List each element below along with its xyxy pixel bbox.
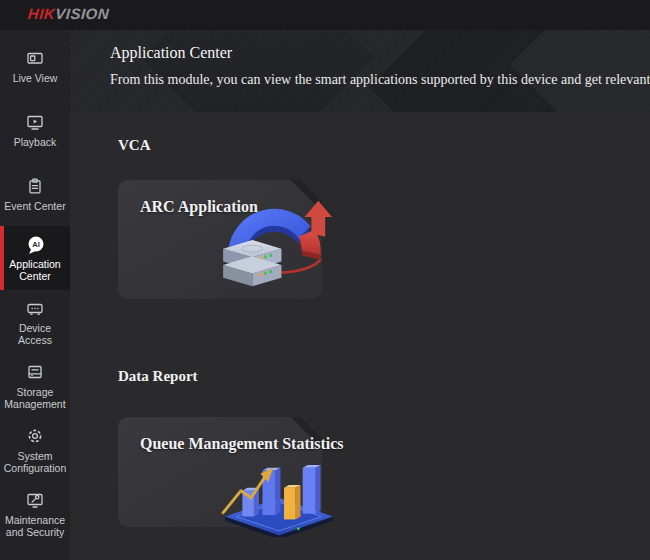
bar-chart-tablet-illustration <box>218 443 340 537</box>
page-description: From this module, you can view the smart… <box>110 72 650 88</box>
sidebar-item-storage-management[interactable]: Storage Management <box>0 354 70 418</box>
logo-hik-text: HIK <box>27 5 56 22</box>
section-heading-vca: VCA <box>118 137 151 154</box>
playback-icon <box>25 112 45 132</box>
storage-management-icon <box>25 362 45 382</box>
ai-icon-text: AI <box>32 240 40 249</box>
banner-decorative-shape <box>482 30 650 112</box>
system-configuration-gear-icon <box>25 426 45 446</box>
top-bar: HIKVISION <box>0 0 650 30</box>
sidebar-item-playback[interactable]: Playback <box>0 98 70 162</box>
sidebar-item-label: Application Center <box>1 258 69 282</box>
device-access-icon <box>25 298 45 318</box>
sidebar-item-label: Event Center <box>4 200 65 212</box>
sidebar-item-application-center[interactable]: AI Application Center <box>0 226 70 290</box>
queue-management-statistics-card[interactable]: Queue Management Statistics <box>118 417 322 527</box>
sidebar-item-maintenance-security[interactable]: Maintenance and Security <box>0 482 70 546</box>
page-banner: Application Center From this module, you… <box>70 30 650 112</box>
sidebar-item-system-configuration[interactable]: System Configuration <box>0 418 70 482</box>
logo-vision-text: VISION <box>55 5 110 22</box>
sidebar-item-label: Storage Management <box>1 386 69 410</box>
maintenance-security-icon <box>25 490 45 510</box>
sidebar-item-event-center[interactable]: Event Center <box>0 162 70 226</box>
sidebar-item-label: Playback <box>14 136 57 148</box>
app-window: HIKVISION Live View Playback <box>0 0 650 560</box>
banner-decorative-shape <box>141 30 374 112</box>
sidebar-item-label: Live View <box>13 72 58 84</box>
sidebar-item-label: System Configuration <box>1 450 69 474</box>
application-center-ai-icon: AI <box>25 234 45 254</box>
sidebar-item-live-view[interactable]: Live View <box>0 34 70 98</box>
event-center-icon <box>25 176 45 196</box>
sidebar-nav: Live View Playback Event Center <box>0 30 70 560</box>
sidebar-item-label: Maintenance and Security <box>1 514 69 538</box>
sidebar-item-device-access[interactable]: Device Access <box>0 290 70 354</box>
banner-decorative-shape <box>369 30 581 112</box>
sidebar-item-label: Device Access <box>1 322 69 346</box>
arc-servers-illustration <box>218 197 338 296</box>
live-view-icon <box>25 48 45 68</box>
server-stack-illustration <box>223 240 281 286</box>
page-title: Application Center <box>110 44 232 62</box>
hikvision-logo: HIKVISION <box>27 5 109 22</box>
arc-application-card[interactable]: ARC Application <box>118 180 322 299</box>
section-heading-data-report: Data Report <box>118 368 198 385</box>
